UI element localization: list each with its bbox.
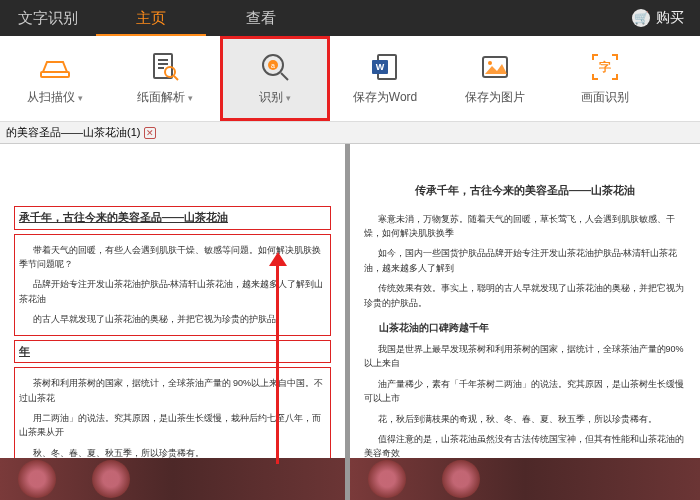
text-line: 油产量稀少，素有「千年茶树二两油」的说法。究其原因，是山茶树生长缓慢可以上市 bbox=[364, 377, 686, 406]
left-page: 承千年，古往今来的美容圣品——山茶花油 带着天气的回暖，有些人会遇到肌肤干燥、敏… bbox=[0, 144, 345, 500]
tab-view[interactable]: 查看 bbox=[206, 0, 316, 36]
text-line: 寒意未消，万物复苏。随着天气的回暖，草长莺飞，人会遇到肌肤敏感、干燥，如何解决肌… bbox=[364, 212, 686, 241]
save-image-label: 保存为图片 bbox=[465, 89, 525, 106]
screen-ocr-button[interactable]: 字 画面识别 bbox=[550, 36, 660, 121]
text-line: 用二两油」的说法。究其原因，是山茶生长缓慢，栽种后约七至八年，而山茶果从开 bbox=[19, 411, 326, 440]
screen-ocr-label: 画面识别 bbox=[581, 89, 629, 106]
save-word-button[interactable]: W 保存为Word bbox=[330, 36, 440, 121]
svg-rect-0 bbox=[41, 72, 69, 77]
ocr-label: 识别 bbox=[259, 89, 291, 106]
svg-text:W: W bbox=[376, 62, 385, 72]
svg-text:a: a bbox=[271, 62, 275, 69]
flower-image bbox=[18, 460, 56, 498]
doc-title: 传承千年，古往今来的美容圣品——山茶花油 bbox=[364, 182, 686, 200]
text-line: 茶树和利用茶树的国家，据统计，全球茶油产量的 90%以上来自中国。不过山茶花 bbox=[19, 376, 326, 405]
svg-line-10 bbox=[281, 73, 288, 80]
image-strip bbox=[350, 458, 700, 500]
text-line: 我国是世界上最早发现茶树和利用茶树的国家，据统计，全球茶油产量的90%以上来自 bbox=[364, 342, 686, 371]
buy-label: 购买 bbox=[656, 9, 684, 27]
save-image-button[interactable]: 保存为图片 bbox=[440, 36, 550, 121]
toolbar: 从扫描仪 纸面解析 a 识别 W 保存为Word 保存为图片 字 画面识别 bbox=[0, 36, 700, 122]
text-line: 传统效果有效。事实上，聪明的古人早就发现了山茶花油的奥秘，并把它视为珍贵的护肤品… bbox=[364, 281, 686, 310]
svg-rect-1 bbox=[154, 54, 172, 78]
section-heading: 山茶花油的口碑跨越千年 bbox=[364, 320, 686, 336]
document-tab-title: 的美容圣品——山茶花油(1) bbox=[6, 125, 140, 140]
right-pane: 传承千年，古往今来的美容圣品——山茶花油 寒意未消，万物复苏。随着天气的回暖，草… bbox=[350, 144, 700, 500]
scanner-icon bbox=[39, 51, 71, 83]
svg-point-5 bbox=[165, 67, 175, 77]
parse-label: 纸面解析 bbox=[137, 89, 193, 106]
buy-button[interactable]: 🛒 购买 bbox=[616, 9, 700, 27]
scan-label: 从扫描仪 bbox=[27, 89, 83, 106]
text-line: 值得注意的是，山茶花油虽然没有古法传统国宝神，但其有性能和山茶花油的美容奇效 bbox=[364, 432, 686, 461]
left-pane: 承千年，古往今来的美容圣品——山茶花油 带着天气的回暖，有些人会遇到肌肤干燥、敏… bbox=[0, 144, 345, 500]
annotation-arrow bbox=[276, 264, 279, 464]
app-name: 文字识别 bbox=[0, 9, 96, 28]
svg-line-6 bbox=[174, 76, 178, 80]
word-icon: W bbox=[369, 51, 401, 83]
text-line: 的古人早就发现了山茶花油的奥秘，并把它视为珍贵的护肤品。 bbox=[19, 312, 326, 326]
image-icon bbox=[479, 51, 511, 83]
flower-image bbox=[442, 460, 480, 498]
document-tab[interactable]: 的美容圣品——山茶花油(1) ✕ bbox=[0, 125, 162, 140]
text-line: 品牌开始专注开发山茶花油护肤品-林清轩山茶花油，越来越多人了解到山茶花油 bbox=[19, 277, 326, 306]
save-word-label: 保存为Word bbox=[353, 89, 417, 106]
screen-ocr-icon: 字 bbox=[589, 51, 621, 83]
left-title: 承千年，古往今来的美容圣品——山茶花油 bbox=[19, 211, 228, 223]
svg-text:字: 字 bbox=[599, 60, 611, 74]
workspace: 承千年，古往今来的美容圣品——山茶花油 带着天气的回暖，有些人会遇到肌肤干燥、敏… bbox=[0, 144, 700, 500]
close-tab-icon[interactable]: ✕ bbox=[144, 127, 156, 139]
scan-button[interactable]: 从扫描仪 bbox=[0, 36, 110, 121]
ocr-icon: a bbox=[259, 51, 291, 83]
parse-button[interactable]: 纸面解析 bbox=[110, 36, 220, 121]
text-line: 花，秋后到满枝果的奇观，秋、冬、春、夏、秋五季，所以珍贵稀有。 bbox=[364, 412, 686, 426]
tab-home[interactable]: 主页 bbox=[96, 0, 206, 36]
section-heading: 年 bbox=[19, 345, 30, 357]
document-tab-bar: 的美容圣品——山茶花油(1) ✕ bbox=[0, 122, 700, 144]
cart-icon: 🛒 bbox=[632, 9, 650, 27]
right-page: 传承千年，古往今来的美容圣品——山茶花油 寒意未消，万物复苏。随着天气的回暖，草… bbox=[350, 144, 700, 500]
text-line: 如今，国内一些国货护肤品品牌开始专注开发山茶花油护肤品-林清轩山茶花油，越来越多… bbox=[364, 246, 686, 275]
document-search-icon bbox=[149, 51, 181, 83]
ocr-button[interactable]: a 识别 bbox=[220, 36, 330, 121]
flower-image bbox=[368, 460, 406, 498]
svg-point-15 bbox=[488, 61, 492, 65]
image-strip bbox=[0, 458, 345, 500]
flower-image bbox=[92, 460, 130, 498]
